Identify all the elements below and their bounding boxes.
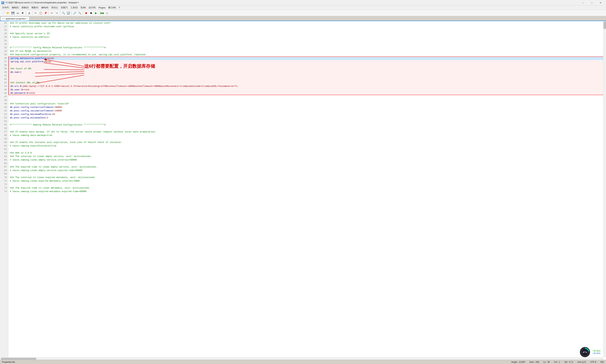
code-line[interactable]: ### If enable the instance auto expirati… [8, 141, 603, 144]
code-line[interactable] [8, 137, 603, 141]
code-line[interactable] [8, 120, 603, 123]
tab-filename: application.properties [6, 18, 26, 20]
paste-button[interactable]: 📌 [43, 11, 48, 15]
code-line[interactable]: #*************** Naming Module Related C… [8, 123, 603, 127]
close-button[interactable]: ✕ [596, 0, 605, 5]
line-number: 44 [1, 85, 7, 88]
code-line[interactable] [8, 39, 603, 42]
menu-tools[interactable]: 工具(O) [69, 6, 79, 10]
code-line[interactable] [8, 127, 603, 130]
code-line[interactable]: db.password.0=1111 [8, 91, 603, 95]
code-line[interactable]: db.num=1 [8, 71, 603, 74]
menu-run[interactable]: 运行(R) [87, 6, 97, 10]
menu-window[interactable]: 窗口(W) [107, 6, 117, 10]
h-scrollbar-thumb[interactable] [1, 358, 36, 360]
menu-edit[interactable]: 编辑(E) [10, 6, 20, 10]
code-line[interactable]: spring.datasource.platform=mysql [8, 56, 603, 60]
status-bar: Properties file length : 10,967 lines : … [0, 360, 606, 364]
horizontal-scrollbar[interactable] [0, 357, 603, 360]
code-line[interactable]: ### The interval to clean expired metada… [8, 176, 603, 179]
code-line[interactable]: # nacos.naming.clean.expired-metadata.ex… [8, 190, 603, 193]
code-line[interactable]: # nacos.naming.clean.empty-service.inter… [8, 158, 603, 162]
code-line[interactable]: ### Deprecated configuration property, i… [8, 53, 603, 56]
code-line[interactable]: ### If use MySQL as datasource: [8, 50, 603, 53]
code-line[interactable]: db.pool.config.validationTimeout=10000 [8, 109, 603, 113]
code-line[interactable]: # nacos.naming.clean.expired-metadata.in… [8, 179, 603, 183]
menu-help[interactable]: ? [117, 6, 121, 9]
code-line[interactable]: ### If enable data warmup. If set to fal… [8, 130, 603, 134]
menu-file[interactable]: 文件(F) [1, 6, 10, 10]
code-line[interactable]: ### Add in 2.0.0 [8, 151, 603, 155]
line-number: 59 [1, 137, 7, 141]
code-line[interactable] [8, 74, 603, 78]
undo-button[interactable]: ↩ [50, 11, 54, 15]
code-line[interactable]: spring.sql.init.platform=mysql [8, 60, 603, 64]
open-button[interactable]: 📂 [6, 11, 10, 15]
code-line[interactable]: ### Connection pool configuration: hikar… [8, 102, 603, 106]
code-line[interactable] [8, 28, 603, 32]
code-line[interactable]: db.url.0=jdbc:mysql://127.0.0.1:3306/nac… [8, 85, 603, 88]
code-line[interactable]: db.pool.config.maximumPoolSize=20 [8, 113, 603, 116]
code-line[interactable]: ### The expired time to clean empty serv… [8, 165, 603, 169]
code-line[interactable] [8, 162, 603, 165]
stop-button[interactable]: ⏹ [89, 11, 93, 15]
run-button[interactable]: ▶▶ [100, 11, 105, 15]
menu-encoding[interactable]: 编码(N) [40, 6, 50, 10]
record-button[interactable]: ⏺ [84, 11, 88, 15]
menu-view[interactable]: 视图(V) [30, 6, 40, 10]
code-line[interactable]: ### The expired time to clean metadata, … [8, 186, 603, 190]
status-left: Properties file [2, 361, 15, 363]
menu-plugins[interactable]: Plugins [97, 6, 107, 9]
code-line[interactable]: db.user.0=root [8, 88, 603, 91]
code-line[interactable]: db.pool.config.minimumIdle=2 [8, 116, 603, 120]
line-number: 55 [1, 123, 7, 127]
code-line[interactable] [8, 95, 603, 99]
run-all-button[interactable]: ▷ [105, 11, 110, 15]
code-line[interactable] [8, 148, 603, 151]
code-line[interactable]: # nacos.inetutils.ip-address= [8, 35, 603, 39]
tab-close-button[interactable]: ✕ [26, 18, 28, 20]
code-line[interactable]: ### If prefer hostname over ip for Nacos… [8, 21, 603, 25]
save-button[interactable]: 💾 [11, 11, 15, 15]
maximize-button[interactable]: □ [588, 0, 596, 5]
zoom-out-button[interactable]: 🔍 [77, 11, 82, 15]
redo-button[interactable]: ↪ [54, 11, 59, 15]
code-line[interactable]: ### Specify local server's IP: [8, 32, 603, 35]
code-line[interactable]: # nacos.naming.data.warmup=true [8, 134, 603, 137]
scrollbar-thumb[interactable] [604, 22, 606, 29]
find-replace-button[interactable]: 🔄 [66, 11, 71, 15]
file-tab[interactable]: ≡ *application.properties ✕ [1, 16, 29, 21]
code-line[interactable] [8, 78, 603, 81]
close-button2[interactable]: ✖ [20, 11, 25, 15]
code-line[interactable]: # nacos.naming.clean.empty-service.expir… [8, 169, 603, 172]
code-line[interactable]: # nacos.naming.expireInstance=true [8, 144, 603, 148]
code-line[interactable]: #*************** Config Module Related C… [8, 46, 603, 50]
zoom-in-button[interactable]: 🔎 [72, 11, 77, 15]
code-line[interactable] [8, 172, 603, 176]
save-all-button[interactable]: 🗂 [15, 11, 20, 15]
code-line[interactable]: # nacos.inetutils.prefer-hostname-over-i… [8, 25, 603, 28]
tab-icon: ≡ [2, 18, 3, 20]
menu-macro[interactable]: 宏(M) [79, 6, 87, 10]
menu-search[interactable]: 搜索(S) [20, 6, 30, 10]
code-line[interactable]: ### Connect URL of DB: [8, 81, 603, 85]
code-line[interactable]: db.pool.config.connectionTimeout=30000 [8, 106, 603, 109]
code-area[interactable]: ### If prefer hostname over ip for Nacos… [8, 21, 603, 357]
copy-button[interactable]: 📋 [38, 11, 43, 15]
col-label: Col : 1 [554, 361, 560, 363]
code-line[interactable] [8, 42, 603, 46]
code-line[interactable] [8, 99, 603, 102]
code-line[interactable] [8, 183, 603, 186]
play-button[interactable]: ▶ [94, 11, 98, 15]
find-button[interactable]: 🔍 [61, 11, 65, 15]
new-button[interactable]: 📄 [1, 11, 5, 15]
window-controls[interactable]: ─ □ ✕ [579, 0, 605, 5]
vertical-scrollbar[interactable] [603, 21, 606, 357]
title-bar-left: N *C:\迅雷下载\nacos-server-2.2.3\nacos\conf… [1, 1, 79, 4]
menu-language[interactable]: 语言(L) [50, 6, 59, 10]
print-button[interactable]: 🖨 [27, 11, 31, 15]
cut-button[interactable]: ✂ [33, 11, 38, 15]
minimize-button[interactable]: ─ [579, 0, 587, 5]
code-line[interactable]: ### The interval to clean empty service,… [8, 155, 603, 158]
menu-settings[interactable]: 设置(T) [59, 6, 69, 10]
